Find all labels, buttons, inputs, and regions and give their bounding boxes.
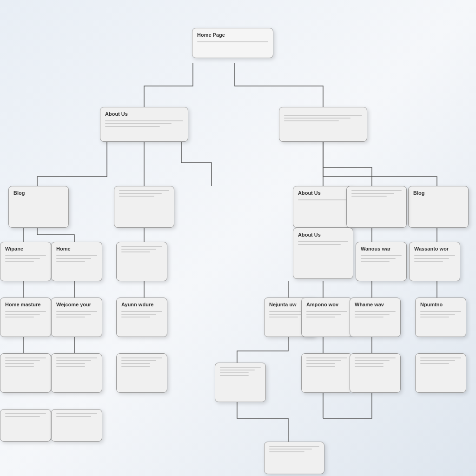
node-wanous: Wanous war <box>356 242 407 281</box>
site-map-diagram: Home Page About Us Blog Blog About Us <box>0 0 476 476</box>
node-about-us-left-title: About Us <box>105 111 183 117</box>
node-vbottom-l2 <box>51 409 102 442</box>
node-home-page: Home Page <box>192 28 273 58</box>
node-home-masture: Home masture <box>0 298 51 337</box>
node-wassanto: Wassanto wor <box>409 242 460 281</box>
node-wejcome-title: Wejcome your <box>56 302 97 307</box>
node-vbottom-l1 <box>0 409 51 442</box>
node-npumtno: Npumtno <box>415 298 466 337</box>
node-blog-right: Blog <box>408 186 469 228</box>
node-bottom-l3 <box>116 353 167 393</box>
node-branch-right <box>279 107 367 142</box>
node-about-right-l3-title: About Us <box>298 232 348 238</box>
node-center-placeholder <box>114 186 174 228</box>
node-home-masture-title: Home masture <box>5 302 46 307</box>
node-blog-left: Blog <box>8 186 69 228</box>
node-about-us-right-title: About Us <box>298 190 348 196</box>
node-bottom-r1 <box>215 363 266 402</box>
node-about-line2 <box>105 123 172 124</box>
node-wipane: Wipane <box>0 242 51 281</box>
node-about-line3 <box>105 126 160 127</box>
node-ayunn-title: Ayunn wdure <box>121 302 162 307</box>
node-blog-left-title: Blog <box>13 190 64 196</box>
node-home2: Home <box>51 242 102 281</box>
node-home-page-title: Home Page <box>197 32 268 38</box>
node-branch-line1 <box>284 115 362 116</box>
node-home2-title: Home <box>56 246 97 251</box>
node-blog-right-title: Blog <box>413 190 463 196</box>
node-bottom-l2 <box>51 353 102 393</box>
node-bottom-r4 <box>415 353 466 393</box>
node-whame-title: Whame wav <box>355 302 396 307</box>
node-bottom-r2 <box>301 353 352 393</box>
node-footer-center <box>264 442 324 474</box>
node-ampono-title: Ampono wov <box>306 302 347 307</box>
node-wipane-title: Wipane <box>5 246 46 251</box>
node-bottom-r3 <box>350 353 401 393</box>
node-whame: Whame wav <box>350 298 401 337</box>
node-wanous-title: Wanous war <box>361 246 402 251</box>
node-wejcome: Wejcome your <box>51 298 102 337</box>
node-branch-line3 <box>284 120 339 121</box>
node-center-l3 <box>116 242 167 281</box>
node-branch-line2 <box>284 118 350 119</box>
node-ampono: Ampono wov <box>301 298 352 337</box>
node-npumtno-title: Npumtno <box>420 302 461 307</box>
node-bottom-l1 <box>0 353 51 393</box>
node-about-line1 <box>105 120 183 121</box>
node-home-page-line <box>197 41 268 42</box>
node-about-right-l3: About Us <box>293 228 353 279</box>
node-wassanto-title: Wassanto wor <box>414 246 455 251</box>
node-ayunn: Ayunn wdure <box>116 298 167 337</box>
node-about-us-left: About Us <box>100 107 188 142</box>
node-about-us-right: About Us <box>293 186 353 228</box>
node-right-mid <box>346 186 407 228</box>
